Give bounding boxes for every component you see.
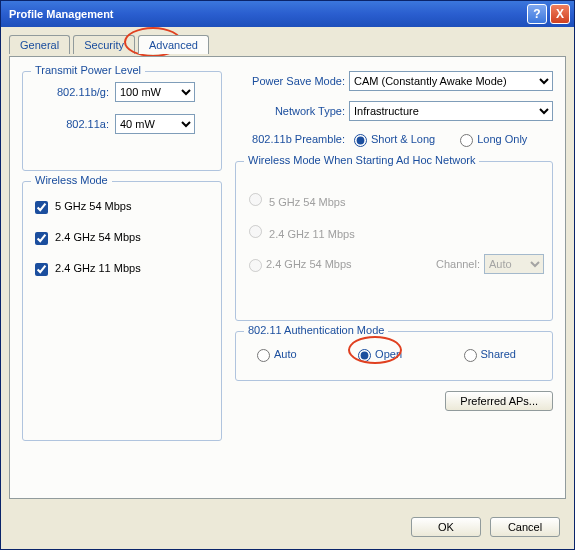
- tab-advanced[interactable]: Advanced: [138, 35, 209, 54]
- tab-strip: General Security Advanced: [9, 35, 566, 57]
- dialog-footer: OK Cancel: [405, 517, 560, 537]
- select-80211a-power[interactable]: 40 mW: [115, 114, 195, 134]
- checkbox-24ghz-54[interactable]: 2.4 GHz 54 Mbps: [31, 229, 213, 248]
- window-title: Profile Management: [5, 8, 524, 20]
- label-80211a: 802.11a:: [31, 118, 109, 130]
- radio-input[interactable]: [464, 349, 477, 362]
- radio-input: [249, 225, 262, 238]
- radio-input: [249, 259, 262, 272]
- group-transmit-power: Transmit Power Level 802.11b/g: 100 mW 8…: [22, 71, 222, 171]
- group-legend: Wireless Mode When Starting Ad Hoc Netwo…: [244, 154, 479, 166]
- right-column: Power Save Mode: CAM (Constantly Awake M…: [235, 71, 553, 411]
- checkbox-label: 5 GHz 54 Mbps: [55, 200, 131, 212]
- radio-label: Long Only: [477, 133, 527, 145]
- radio-input[interactable]: [257, 349, 270, 362]
- help-button[interactable]: ?: [527, 4, 547, 24]
- window-body: General Security Advanced Transmit Power…: [9, 35, 566, 499]
- tab-panel-advanced: Transmit Power Level 802.11b/g: 100 mW 8…: [9, 56, 566, 499]
- group-legend: Wireless Mode: [31, 174, 112, 186]
- radio-long-only[interactable]: Long Only: [455, 131, 527, 147]
- close-button[interactable]: X: [550, 4, 570, 24]
- radio-label: 2.4 GHz 54 Mbps: [266, 258, 352, 270]
- radio-label: 2.4 GHz 11 Mbps: [269, 228, 355, 240]
- radio-auth-shared[interactable]: Shared: [459, 346, 516, 362]
- radio-adhoc-24ghz-11: 2.4 GHz 11 Mbps: [244, 222, 524, 240]
- ok-button[interactable]: OK: [411, 517, 481, 537]
- label-network-type: Network Type:: [235, 105, 345, 117]
- label-channel: Channel:: [436, 258, 480, 270]
- checkbox-label: 2.4 GHz 11 Mbps: [55, 262, 141, 274]
- titlebar: Profile Management ? X: [1, 1, 574, 27]
- label-preamble: 802.11b Preamble:: [235, 133, 345, 145]
- radio-adhoc-5ghz-54: 5 GHz 54 Mbps: [244, 190, 524, 208]
- group-legend: 802.11 Authentication Mode: [244, 324, 388, 336]
- select-channel: Auto: [484, 254, 544, 274]
- label-80211bg: 802.11b/g:: [31, 86, 109, 98]
- tab-general[interactable]: General: [9, 35, 70, 54]
- preferred-aps-button[interactable]: Preferred APs...: [445, 391, 553, 411]
- group-wireless-mode: Wireless Mode 5 GHz 54 Mbps 2.4 GHz 54 M…: [22, 181, 222, 441]
- radio-adhoc-24ghz-54: 2.4 GHz 54 Mbps: [244, 256, 416, 272]
- cancel-button[interactable]: Cancel: [490, 517, 560, 537]
- checkbox-input[interactable]: [35, 263, 48, 276]
- select-network-type[interactable]: Infrastructure: [349, 101, 553, 121]
- group-adhoc-mode: Wireless Mode When Starting Ad Hoc Netwo…: [235, 161, 553, 321]
- profile-management-window: Profile Management ? X General Security …: [0, 0, 575, 550]
- radio-label: Shared: [481, 348, 516, 360]
- radio-input: [249, 193, 262, 206]
- radio-input[interactable]: [358, 349, 371, 362]
- radio-label: Open: [375, 348, 402, 360]
- group-legend: Transmit Power Level: [31, 64, 145, 76]
- label-power-save: Power Save Mode:: [235, 75, 345, 87]
- checkbox-label: 2.4 GHz 54 Mbps: [55, 231, 141, 243]
- radio-short-long[interactable]: Short & Long: [349, 131, 435, 147]
- left-column: Transmit Power Level 802.11b/g: 100 mW 8…: [22, 71, 222, 451]
- radio-auth-auto[interactable]: Auto: [252, 346, 297, 362]
- checkbox-input[interactable]: [35, 201, 48, 214]
- select-power-save-mode[interactable]: CAM (Constantly Awake Mode): [349, 71, 553, 91]
- checkbox-5ghz-54[interactable]: 5 GHz 54 Mbps: [31, 198, 213, 217]
- radio-label: Short & Long: [371, 133, 435, 145]
- radio-label: 5 GHz 54 Mbps: [269, 196, 345, 208]
- select-80211bg-power[interactable]: 100 mW: [115, 82, 195, 102]
- checkbox-24ghz-11[interactable]: 2.4 GHz 11 Mbps: [31, 260, 213, 279]
- radio-input[interactable]: [460, 134, 473, 147]
- group-auth-mode: 802.11 Authentication Mode Auto Open: [235, 331, 553, 381]
- checkbox-input[interactable]: [35, 232, 48, 245]
- tab-security[interactable]: Security: [73, 35, 135, 54]
- radio-input[interactable]: [354, 134, 367, 147]
- radio-label: Auto: [274, 348, 297, 360]
- radio-auth-open[interactable]: Open: [353, 346, 402, 362]
